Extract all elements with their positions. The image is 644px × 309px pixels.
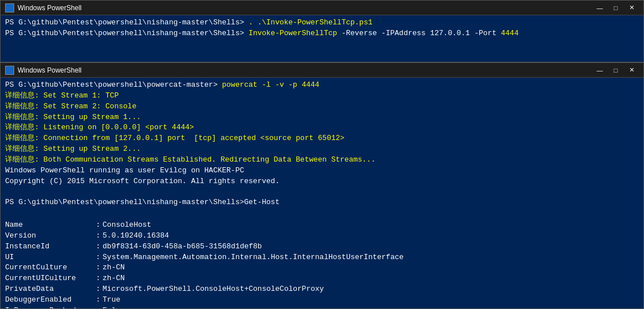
close-btn-top[interactable]: ✕ [624, 2, 639, 14]
powershell-icon-bottom [5, 66, 14, 75]
powershell-icon-top [5, 3, 14, 12]
host-row-name: Name:ConsoleHost [5, 220, 639, 231]
host-row-ui: UI:System.Management.Automation.Internal… [5, 252, 639, 263]
host-row-isrunspacepushed: IsRunspacePushed:False [5, 306, 639, 308]
titlebar-top: Windows PowerShell — □ ✕ [1, 1, 643, 15]
blank-line-2 [5, 208, 639, 219]
info-line-3: 详细信息: Setting up Stream 1... [5, 112, 639, 123]
maximize-btn-top[interactable]: □ [608, 2, 623, 14]
powercat-cmd-line: PS G:\github\Pentest\powershell\powercat… [5, 80, 639, 91]
info-line-2: 详细信息: Set Stream 2: Console [5, 101, 639, 112]
host-row-privatedata: PrivateData:Microsoft.PowerShell.Console… [5, 284, 639, 295]
console-bottom: PS G:\github\Pentest\powershell\powercat… [1, 78, 643, 308]
info-line-7: 详细信息: Both Communication Streams Establi… [5, 155, 639, 166]
get-host-output: Name:ConsoleHost Version:5.0.10240.16384… [5, 220, 639, 308]
host-row-version: Version:5.0.10240.16384 [5, 231, 639, 242]
minimize-btn-bottom[interactable]: — [592, 65, 607, 76]
info-line-1: 详细信息: Set Stream 1: TCP [5, 91, 639, 101]
host-row-currentuiculture: CurrentUICulture:zh-CN [5, 273, 639, 284]
powershell-window-top: Windows PowerShell — □ ✕ PS G:\github\Pe… [0, 0, 644, 62]
info-line-5: 详细信息: Connection from [127.0.0.1] port [… [5, 133, 639, 144]
titlebar-buttons-bottom: — □ ✕ [592, 65, 639, 76]
info-line-4: 详细信息: Listening on [0.0.0.0] <port 4444> [5, 122, 639, 133]
titlebar-bottom: Windows PowerShell — □ ✕ [1, 63, 643, 78]
maximize-btn-bottom[interactable]: □ [608, 65, 623, 76]
system-line-1: Windows PowerShell running as user Evilc… [5, 166, 639, 176]
minimize-btn-top[interactable]: — [592, 2, 607, 14]
host-row-debuggerenabled: DebuggerEnabled:True [5, 295, 639, 306]
console-top: PS G:\github\Pentest\powershell\nishang-… [1, 15, 643, 62]
cmd-line-2: PS G:\github\Pentest\powershell\nishang-… [5, 28, 639, 39]
get-host-prompt: PS G:\github\Pentest\powershell\nishang-… [5, 197, 639, 208]
titlebar-title-bottom: Windows PowerShell [18, 66, 592, 74]
titlebar-buttons-top: — □ ✕ [592, 2, 639, 14]
system-line-2: Copyright (C) 2015 Microsoft Corporation… [5, 176, 639, 187]
host-row-currentculture: CurrentCulture:zh-CN [5, 263, 639, 273]
cmd-line-1: PS G:\github\Pentest\powershell\nishang-… [5, 18, 639, 28]
host-row-instanceid: InstanceId:db9f8314-63d0-458a-b685-31568… [5, 242, 639, 252]
powershell-window-bottom: Windows PowerShell — □ ✕ PS G:\github\Pe… [0, 62, 644, 309]
close-btn-bottom[interactable]: ✕ [624, 65, 639, 76]
info-line-6: 详细信息: Setting up Stream 2... [5, 144, 639, 155]
blank-line-1 [5, 187, 639, 197]
titlebar-title-top: Windows PowerShell [18, 4, 592, 12]
